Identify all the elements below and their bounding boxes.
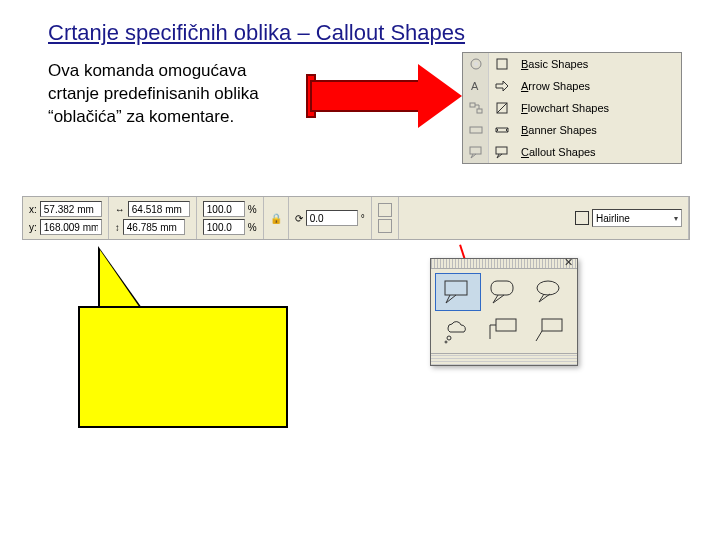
page-title: Crtanje specifičnih oblika – Callout Sha… bbox=[48, 20, 465, 46]
height-icon: ↕ bbox=[115, 222, 120, 233]
flyout-item-callout-shapes[interactable]: Callout Shapes bbox=[463, 141, 681, 163]
star-icon bbox=[468, 56, 484, 72]
flyout-label: Callout Shapes bbox=[515, 146, 596, 158]
svg-rect-9 bbox=[496, 147, 507, 154]
scale-x-input[interactable] bbox=[203, 201, 245, 217]
chevron-down-icon: ▾ bbox=[674, 214, 678, 223]
svg-point-14 bbox=[445, 341, 447, 343]
svg-rect-2 bbox=[497, 59, 507, 69]
width-icon: ↔ bbox=[115, 204, 125, 215]
description-text: Ova komanda omogućava crtanje predefinis… bbox=[48, 60, 298, 129]
svg-point-1 bbox=[474, 62, 478, 66]
x-position-input[interactable] bbox=[40, 201, 102, 217]
y-position-input[interactable] bbox=[40, 219, 102, 235]
square-icon bbox=[494, 56, 510, 72]
svg-rect-5 bbox=[477, 109, 482, 113]
height-input[interactable] bbox=[123, 219, 185, 235]
callout-shape-line2[interactable] bbox=[527, 311, 573, 349]
rotation-icon: ⟳ bbox=[295, 213, 303, 224]
mirror-v-button[interactable] bbox=[378, 219, 392, 233]
callout-shapes-palette: ✕ bbox=[430, 258, 578, 366]
width-input[interactable] bbox=[128, 201, 190, 217]
x-label: x: bbox=[29, 204, 37, 215]
speech-icon bbox=[494, 144, 510, 160]
palette-resize-grip[interactable] bbox=[431, 353, 577, 365]
rotation-input[interactable] bbox=[306, 210, 358, 226]
property-bar: x: y: ↔ ↕ % % 🔒 ⟳° Hairline▾ bbox=[22, 196, 690, 240]
callout-shape-oval[interactable] bbox=[527, 273, 573, 311]
outline-width-dropdown[interactable]: Hairline▾ bbox=[592, 209, 682, 227]
flyout-label: Basic Shapes bbox=[515, 58, 588, 70]
close-icon[interactable]: ✕ bbox=[561, 257, 575, 269]
mirror-h-button[interactable] bbox=[378, 203, 392, 217]
flyout-item-arrow-shapes[interactable]: A Arrow Shapes bbox=[463, 75, 681, 97]
svg-rect-4 bbox=[470, 103, 475, 107]
y-label: y: bbox=[29, 222, 37, 233]
callout-shape-cloud[interactable] bbox=[435, 311, 481, 349]
degree-label: ° bbox=[361, 213, 365, 224]
callout-shape-line1[interactable] bbox=[481, 311, 527, 349]
flyout-label: Banner Shapes bbox=[515, 124, 597, 136]
outline-swatch[interactable] bbox=[575, 211, 589, 225]
svg-rect-8 bbox=[470, 147, 481, 154]
svg-point-13 bbox=[447, 336, 451, 340]
svg-rect-10 bbox=[445, 281, 467, 295]
ribbon-icon bbox=[494, 122, 510, 138]
callout-shape-rounded[interactable] bbox=[481, 273, 527, 311]
svg-rect-11 bbox=[491, 281, 513, 295]
arrow-decoration-head bbox=[418, 64, 462, 128]
example-callout-shape bbox=[78, 306, 288, 428]
scale-y-input[interactable] bbox=[203, 219, 245, 235]
flyout-label: Arrow Shapes bbox=[515, 80, 590, 92]
arrow-right-icon bbox=[494, 78, 510, 94]
svg-rect-7 bbox=[470, 127, 482, 133]
percent-label-x: % bbox=[248, 204, 257, 215]
flyout-item-flowchart-shapes[interactable]: Flowchart Shapes bbox=[463, 97, 681, 119]
svg-rect-16 bbox=[542, 319, 562, 331]
banner-icon bbox=[468, 122, 484, 138]
flyout-item-basic-shapes[interactable]: Basic Shapes bbox=[463, 53, 681, 75]
flowchart-icon bbox=[468, 100, 484, 116]
flyout-item-banner-shapes[interactable]: Banner Shapes bbox=[463, 119, 681, 141]
text-icon: A bbox=[468, 78, 484, 94]
callout-icon bbox=[468, 144, 484, 160]
callout-shape-rect[interactable] bbox=[435, 273, 481, 311]
percent-label-y: % bbox=[248, 222, 257, 233]
svg-rect-15 bbox=[496, 319, 516, 331]
arrow-decoration-body bbox=[310, 80, 420, 112]
svg-text:A: A bbox=[471, 80, 479, 92]
svg-point-12 bbox=[537, 281, 559, 295]
shapes-flyout-menu: Basic Shapes A Arrow Shapes Flowchart Sh… bbox=[462, 52, 682, 164]
diamond-icon bbox=[494, 100, 510, 116]
palette-grip[interactable]: ✕ bbox=[431, 259, 577, 269]
flyout-label: Flowchart Shapes bbox=[515, 102, 609, 114]
lock-icon[interactable]: 🔒 bbox=[270, 213, 282, 224]
